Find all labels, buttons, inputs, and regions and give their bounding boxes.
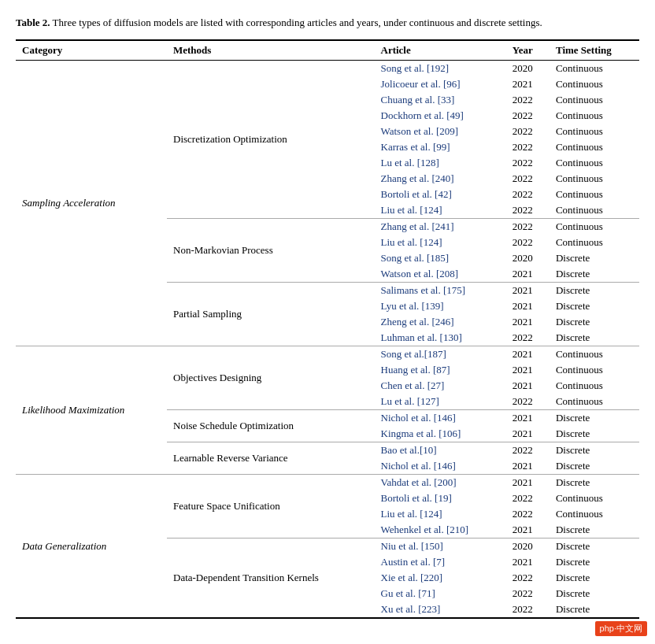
- article-cell[interactable]: Lu et al. [127]: [375, 394, 506, 410]
- setting-cell: Continuous: [550, 187, 639, 202]
- caption-text: Three types of diffusion models are list…: [50, 17, 542, 28]
- methods-cell: Partial Sampling: [167, 283, 375, 346]
- year-cell: 2021: [506, 283, 550, 299]
- year-cell: 2021: [506, 522, 550, 539]
- watermark: php·中文网: [595, 621, 647, 635]
- year-cell: 2020: [506, 250, 550, 266]
- setting-cell: Discrete: [550, 314, 639, 330]
- header-row: Category Methods Article Year Time Setti…: [16, 40, 639, 61]
- table-row: Data GeneralizationFeature Space Unifica…: [16, 475, 639, 491]
- article-cell[interactable]: Song et al. [192]: [375, 61, 506, 77]
- methods-cell: Objectives Designing: [167, 346, 375, 410]
- year-cell: 2022: [506, 124, 550, 139]
- article-cell[interactable]: Zhang et al. [241]: [375, 219, 506, 235]
- article-cell[interactable]: Kingma et al. [106]: [375, 426, 506, 442]
- article-cell[interactable]: Zhang et al. [240]: [375, 171, 506, 187]
- article-cell[interactable]: Liu et al. [124]: [375, 506, 506, 522]
- article-cell[interactable]: Huang et al. [87]: [375, 362, 506, 378]
- year-cell: 2022: [506, 108, 550, 124]
- setting-cell: Discrete: [550, 475, 639, 491]
- year-cell: 2022: [506, 219, 550, 235]
- article-cell[interactable]: Liu et al. [124]: [375, 235, 506, 250]
- methods-cell: Data-Dependent Transition Kernels: [167, 539, 375, 619]
- setting-cell: Discrete: [550, 539, 639, 555]
- article-cell[interactable]: Dockhorn et al. [49]: [375, 108, 506, 124]
- setting-cell: Continuous: [550, 61, 639, 77]
- setting-cell: Discrete: [550, 330, 639, 346]
- article-cell[interactable]: Wehenkel et al. [210]: [375, 522, 506, 539]
- year-cell: 2021: [506, 475, 550, 491]
- article-cell[interactable]: Bao et al.[10]: [375, 442, 506, 459]
- article-cell[interactable]: Xie et al. [220]: [375, 570, 506, 586]
- article-cell[interactable]: Bortoli et al. [19]: [375, 490, 506, 506]
- setting-cell: Continuous: [550, 124, 639, 139]
- col-header-methods: Methods: [167, 40, 375, 61]
- setting-cell: Discrete: [550, 410, 639, 427]
- setting-cell: Continuous: [550, 346, 639, 363]
- article-cell[interactable]: Lu et al. [128]: [375, 155, 506, 171]
- article-cell[interactable]: Bortoli et al. [42]: [375, 187, 506, 202]
- year-cell: 2022: [506, 155, 550, 171]
- article-cell[interactable]: Austin et al. [7]: [375, 554, 506, 570]
- year-cell: 2021: [506, 426, 550, 442]
- article-cell[interactable]: Zheng et al. [246]: [375, 314, 506, 330]
- article-cell[interactable]: Niu et al. [150]: [375, 539, 506, 555]
- article-cell[interactable]: Watson et al. [209]: [375, 124, 506, 139]
- article-cell[interactable]: Song et al.[187]: [375, 346, 506, 363]
- article-cell[interactable]: Liu et al. [124]: [375, 202, 506, 219]
- year-cell: 2022: [506, 235, 550, 250]
- setting-cell: Discrete: [550, 298, 639, 314]
- article-cell[interactable]: Nichol et al. [146]: [375, 458, 506, 475]
- year-cell: 2021: [506, 76, 550, 92]
- setting-cell: Discrete: [550, 522, 639, 539]
- setting-cell: Continuous: [550, 171, 639, 187]
- year-cell: 2021: [506, 298, 550, 314]
- year-cell: 2021: [506, 362, 550, 378]
- methods-cell: Noise Schedule Optimization: [167, 410, 375, 442]
- year-cell: 2022: [506, 570, 550, 586]
- setting-cell: Continuous: [550, 362, 639, 378]
- setting-cell: Discrete: [550, 426, 639, 442]
- article-cell[interactable]: Karras et al. [99]: [375, 139, 506, 155]
- year-cell: 2022: [506, 442, 550, 459]
- methods-cell: Discretization Optimization: [167, 61, 375, 219]
- article-cell[interactable]: Jolicoeur et al. [96]: [375, 76, 506, 92]
- article-cell[interactable]: Xu et al. [223]: [375, 601, 506, 618]
- article-cell[interactable]: Salimans et al. [175]: [375, 283, 506, 299]
- category-cell: Sampling Acceleration: [16, 61, 167, 346]
- year-cell: 2022: [506, 506, 550, 522]
- year-cell: 2021: [506, 346, 550, 363]
- year-cell: 2020: [506, 61, 550, 77]
- setting-cell: Discrete: [550, 570, 639, 586]
- article-cell[interactable]: Luhman et al. [130]: [375, 330, 506, 346]
- year-cell: 2022: [506, 330, 550, 346]
- col-header-time-setting: Time Setting: [550, 40, 639, 61]
- year-cell: 2021: [506, 410, 550, 427]
- table-row: Likelihood MaximizationObjectives Design…: [16, 346, 639, 363]
- setting-cell: Continuous: [550, 490, 639, 506]
- year-cell: 2022: [506, 394, 550, 410]
- table-caption: Table 2. Three types of diffusion models…: [16, 16, 639, 30]
- year-cell: 2021: [506, 458, 550, 475]
- table-label: Table 2.: [16, 17, 50, 28]
- article-cell[interactable]: Chuang et al. [33]: [375, 92, 506, 108]
- methods-cell: Non-Markovian Process: [167, 219, 375, 283]
- setting-cell: Continuous: [550, 92, 639, 108]
- article-cell[interactable]: Song et al. [185]: [375, 250, 506, 266]
- article-cell[interactable]: Chen et al. [27]: [375, 378, 506, 394]
- setting-cell: Discrete: [550, 554, 639, 570]
- article-cell[interactable]: Watson et al. [208]: [375, 266, 506, 283]
- article-cell[interactable]: Vahdat et al. [200]: [375, 475, 506, 491]
- methods-cell: Feature Space Unification: [167, 475, 375, 539]
- year-cell: 2020: [506, 539, 550, 555]
- setting-cell: Continuous: [550, 139, 639, 155]
- article-cell[interactable]: Nichol et al. [146]: [375, 410, 506, 427]
- setting-cell: Discrete: [550, 266, 639, 283]
- category-cell: Data Generalization: [16, 475, 167, 619]
- col-header-category: Category: [16, 40, 167, 61]
- article-cell[interactable]: Gu et al. [71]: [375, 586, 506, 601]
- setting-cell: Discrete: [550, 250, 639, 266]
- table-row: Sampling AccelerationDiscretization Opti…: [16, 61, 639, 77]
- main-table: Category Methods Article Year Time Setti…: [16, 39, 639, 619]
- article-cell[interactable]: Lyu et al. [139]: [375, 298, 506, 314]
